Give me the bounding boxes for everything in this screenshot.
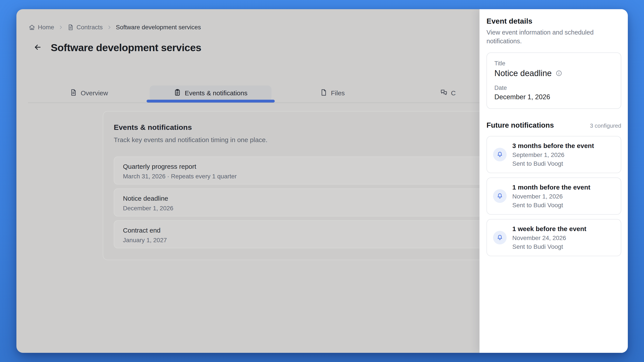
tab-bar: Overview Events & notifications Files <box>28 84 556 103</box>
tab-events-notifications[interactable]: Events & notifications <box>150 84 272 102</box>
bell-icon <box>493 189 506 203</box>
tab-files[interactable]: Files <box>272 84 393 102</box>
bell-icon <box>493 231 506 244</box>
tab-events-notifications-label: Events & notifications <box>184 89 248 97</box>
notifications-count-badge: 3 configured <box>590 122 621 129</box>
notification-card-1-week: 1 week before the event November 24, 202… <box>486 219 621 256</box>
event-details-panel: Event details View event information and… <box>480 9 628 353</box>
title-field-value: Notice deadline <box>494 68 614 78</box>
future-notifications-header: Future notifications 3 configured <box>486 121 621 130</box>
future-notifications-heading: Future notifications <box>486 121 554 130</box>
notification-text: 1 month before the event November 1, 202… <box>512 183 590 209</box>
notification-list: 3 months before the event September 1, 2… <box>486 136 621 256</box>
event-detail-card: Title Notice deadline Date December 1, 2… <box>486 52 621 109</box>
home-icon <box>29 24 35 30</box>
notification-text: 1 week before the event November 24, 202… <box>512 225 586 251</box>
page-header: Software development services <box>32 41 201 53</box>
chevron-right-icon <box>58 25 64 30</box>
chat-bubbles-icon <box>440 89 448 98</box>
file-text-icon <box>70 89 77 98</box>
back-button[interactable] <box>32 42 43 53</box>
date-field-label: Date <box>494 84 614 91</box>
arrow-left-icon <box>33 43 42 52</box>
breadcrumb-current-page: Software development services <box>116 24 201 31</box>
panel-subtitle: View event information and scheduled not… <box>486 28 611 45</box>
notification-text: 3 months before the event September 1, 2… <box>512 142 594 167</box>
breadcrumb-home[interactable]: Home <box>29 24 54 31</box>
bell-icon <box>493 148 506 161</box>
title-field-label: Title <box>494 60 614 67</box>
app-window: Home Contracts Software development serv… <box>16 9 628 353</box>
tab-overview[interactable]: Overview <box>28 84 150 102</box>
breadcrumb-contracts-label: Contracts <box>76 24 103 31</box>
breadcrumb: Home Contracts Software development serv… <box>29 24 201 31</box>
tab-files-label: Files <box>331 89 345 97</box>
info-icon[interactable] <box>556 70 562 76</box>
chevron-right-icon <box>107 25 112 30</box>
notification-card-1-month: 1 month before the event November 1, 202… <box>486 177 621 215</box>
clipboard-icon <box>174 89 181 98</box>
file-icon <box>320 89 328 98</box>
date-field-value: December 1, 2026 <box>494 93 614 101</box>
panel-title: Event details <box>486 16 621 26</box>
tab-overview-label: Overview <box>81 89 108 97</box>
breadcrumb-home-label: Home <box>38 24 54 31</box>
document-icon <box>68 24 74 30</box>
breadcrumb-contracts[interactable]: Contracts <box>68 24 103 31</box>
page-title: Software development services <box>51 41 201 53</box>
tab-comments-label: C <box>451 89 456 97</box>
notification-card-3-months: 3 months before the event September 1, 2… <box>486 136 621 173</box>
